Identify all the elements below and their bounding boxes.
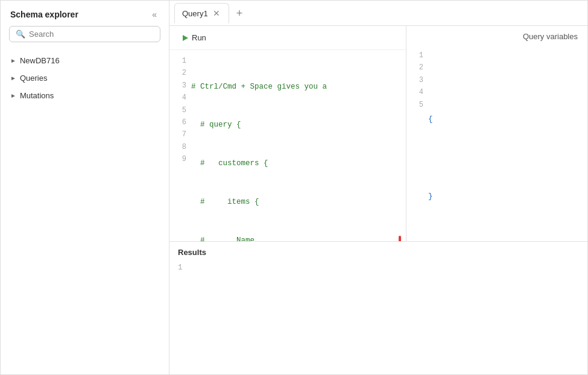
qv-line-2: { <box>428 113 587 126</box>
code-line-3: # customers { <box>191 157 401 170</box>
run-bar: Run <box>169 26 406 50</box>
tab-bar: Query1 ✕ + <box>169 1 587 26</box>
chevron-right-icon: ► <box>10 92 16 99</box>
add-tab-button[interactable]: + <box>232 5 248 21</box>
line-num: 6 <box>169 116 186 128</box>
qv-line-num: 2 <box>406 61 423 74</box>
sidebar-nav: ► NewDB716 ► Queries ► Mutations <box>1 48 169 374</box>
query-variables-editor[interactable]: 1 2 3 4 5 { } <box>406 45 587 241</box>
sidebar-item-label: Mutations <box>20 91 54 100</box>
sidebar: Schema explorer « 🔍 ► NewDB716 ► Queries… <box>1 1 169 374</box>
sidebar-item-mutations[interactable]: ► Mutations <box>1 87 169 104</box>
results-area: Results 1 <box>169 242 587 374</box>
qv-line-num: 4 <box>406 86 423 98</box>
editor-area: Run 1 2 3 4 5 6 7 8 9 # Ctrl/Cmd + Space… <box>169 26 587 242</box>
sidebar-item-label: NewDB716 <box>20 56 60 65</box>
tab-close-button[interactable]: ✕ <box>212 8 221 18</box>
sidebar-header: Schema explorer « <box>1 1 169 26</box>
code-line-5: # Name <box>191 235 401 242</box>
play-icon <box>183 35 188 41</box>
query-editor: Run 1 2 3 4 5 6 7 8 9 # Ctrl/Cmd + Space… <box>169 26 406 241</box>
query-variables-title: Query variables <box>406 26 587 45</box>
results-line-num: 1 <box>178 262 579 274</box>
tab-label: Query1 <box>182 9 208 18</box>
qv-line-1 <box>428 75 587 88</box>
chevron-right-icon: ► <box>10 75 16 81</box>
line-num: 5 <box>169 104 186 116</box>
line-num: 7 <box>169 128 186 140</box>
qv-line-numbers: 1 2 3 4 5 <box>406 49 428 236</box>
query-variables-panel: Query variables 1 2 3 4 5 { } <box>406 26 587 241</box>
code-lines: # Ctrl/Cmd + Space gives you a # query {… <box>191 55 406 236</box>
line-num: 1 <box>169 55 186 67</box>
line-num: 8 <box>169 141 186 153</box>
code-line-2: # query { <box>191 119 401 131</box>
line-numbers: 1 2 3 4 5 6 7 8 9 <box>169 55 191 236</box>
qv-line-5 <box>428 229 587 242</box>
code-line-1: # Ctrl/Cmd + Space gives you a <box>191 81 401 93</box>
run-button[interactable]: Run <box>178 31 211 45</box>
qv-line-num: 3 <box>406 74 423 86</box>
search-icon: 🔍 <box>16 30 25 39</box>
error-marker <box>399 236 401 241</box>
code-editor[interactable]: 1 2 3 4 5 6 7 8 9 # Ctrl/Cmd + Space giv… <box>169 50 406 241</box>
line-num: 2 <box>169 67 186 79</box>
main-panel: Query1 ✕ + Run 1 2 3 4 5 6 <box>169 1 587 374</box>
search-box: 🔍 <box>9 26 160 42</box>
qv-line-num: 5 <box>406 99 423 111</box>
qv-line-4: } <box>428 191 587 203</box>
tab-query1[interactable]: Query1 ✕ <box>174 3 229 24</box>
chevron-right-icon: ► <box>10 57 16 64</box>
line-num: 9 <box>169 153 186 165</box>
sidebar-item-newdb716[interactable]: ► NewDB716 <box>1 52 169 69</box>
run-label: Run <box>192 33 206 42</box>
results-title: Results <box>178 248 579 257</box>
line-num: 4 <box>169 92 186 104</box>
results-content: 1 <box>178 262 579 274</box>
search-input[interactable] <box>29 30 154 39</box>
sidebar-item-queries[interactable]: ► Queries <box>1 69 169 87</box>
line-num: 3 <box>169 80 186 92</box>
sidebar-item-label: Queries <box>20 74 48 83</box>
qv-code: { } <box>428 49 587 236</box>
sidebar-title: Schema explorer <box>10 10 78 19</box>
qv-line-3 <box>428 152 587 165</box>
qv-line-num: 1 <box>406 49 423 61</box>
collapse-sidebar-button[interactable]: « <box>150 9 159 20</box>
code-line-4: # items { <box>191 196 401 209</box>
